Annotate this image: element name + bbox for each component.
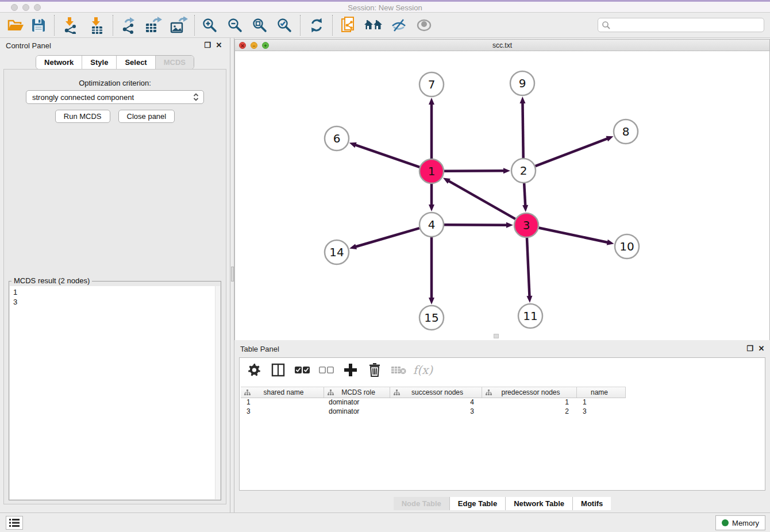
table-settings-gear-icon[interactable] — [247, 363, 261, 377]
graph-node-9[interactable]: 9 — [510, 71, 534, 95]
graph-edge-2-3[interactable] — [524, 183, 525, 206]
zoom-out-icon[interactable] — [224, 16, 246, 34]
control-panel-title: Control Panel — [6, 41, 51, 50]
deselect-all-icon[interactable] — [319, 363, 334, 377]
network-window-titlebar: ✕ − + scc.txt — [235, 40, 769, 51]
graph-node-2[interactable]: 2 — [511, 159, 536, 183]
graph-edge-4-14[interactable] — [356, 228, 419, 246]
save-session-icon[interactable] — [28, 16, 49, 34]
graph-edge-3-11[interactable] — [527, 238, 530, 296]
table-cell: 1 — [482, 398, 577, 407]
first-neighbors-icon[interactable] — [363, 16, 384, 34]
tab-edge-table[interactable]: Edge Table — [449, 497, 505, 510]
memory-button[interactable]: Memory — [715, 515, 765, 530]
graph-node-label: 10 — [619, 240, 634, 253]
table-row[interactable]: 3dominator323 — [241, 407, 626, 417]
graph-edge-3-10[interactable] — [539, 228, 608, 242]
panel-splitter[interactable] — [230, 38, 234, 512]
task-history-button[interactable] — [6, 516, 23, 530]
column-header[interactable]: shared name — [241, 387, 324, 398]
tab-select[interactable]: Select — [116, 56, 155, 69]
float-table-panel-icon[interactable]: ❒ — [746, 345, 754, 353]
mcds-result-group: MCDS result (2 nodes) 1 3 — [9, 281, 221, 500]
table-cell: 4 — [390, 398, 482, 407]
graph-node-label: 9 — [519, 76, 526, 90]
splitter-grip[interactable] — [231, 267, 234, 282]
column-header-label: MCDS role — [334, 388, 390, 396]
column-header[interactable]: MCDS role — [324, 387, 390, 398]
select-all-icon[interactable] — [295, 363, 310, 377]
close-panel-button[interactable]: Close panel — [118, 110, 175, 123]
tab-network[interactable]: Network — [36, 56, 82, 69]
table-cell: dominator — [324, 407, 390, 417]
graph-edge-3-1[interactable] — [449, 181, 515, 219]
tab-style[interactable]: Style — [82, 56, 116, 69]
search-input[interactable] — [611, 21, 764, 29]
column-header-label: name — [580, 388, 625, 396]
close-table-panel-icon[interactable]: ✕ — [757, 345, 765, 353]
graph-node-15[interactable]: 15 — [419, 306, 444, 330]
mcds-result-text[interactable]: 1 3 — [10, 286, 220, 499]
export-table-icon[interactable] — [143, 16, 164, 34]
window-title: Session: New Session — [0, 3, 770, 12]
zoom-fit-icon[interactable] — [249, 16, 271, 34]
network-canvas[interactable]: 7968124314101511 — [235, 51, 769, 340]
graph-node-3[interactable]: 3 — [514, 213, 538, 237]
graph-node-8[interactable]: 8 — [614, 119, 638, 144]
canvas-scroll-nub[interactable] — [494, 334, 499, 338]
graph-edge-2-9[interactable] — [522, 103, 523, 158]
column-header[interactable]: successor nodes — [390, 387, 482, 398]
hide-selected-eye-icon[interactable] — [388, 16, 410, 34]
control-panel-tabs: Network Style Select MCDS — [36, 55, 194, 70]
import-table-icon[interactable] — [86, 16, 108, 34]
network-title: scc.txt — [235, 41, 769, 49]
add-column-plus-icon[interactable] — [343, 363, 358, 377]
graph-edge-2-8[interactable] — [536, 138, 608, 166]
graph-node-7[interactable]: 7 — [419, 72, 444, 97]
toolbar-separator — [332, 15, 333, 36]
clone-network-icon[interactable] — [338, 16, 360, 34]
open-session-icon[interactable] — [5, 16, 26, 34]
search-box[interactable] — [598, 18, 764, 32]
column-header[interactable]: predecessor nodes — [482, 387, 577, 398]
mcds-result-title: MCDS result (2 nodes) — [11, 276, 92, 285]
tab-mcds[interactable]: MCDS — [155, 56, 194, 69]
graph-node-10[interactable]: 10 — [615, 234, 639, 259]
export-image-icon[interactable] — [168, 16, 190, 34]
network-graph[interactable]: 7968124314101511 — [235, 51, 769, 340]
zoom-selected-icon[interactable] — [274, 16, 295, 34]
graph-node-4[interactable]: 4 — [419, 213, 444, 237]
export-network-icon[interactable] — [117, 16, 139, 34]
show-columns-icon[interactable] — [271, 363, 286, 377]
graph-edge-4-3[interactable] — [444, 225, 507, 225]
optimization-criterion-select[interactable]: strongly connected component — [26, 90, 204, 104]
graph-node-14[interactable]: 14 — [325, 240, 349, 264]
tab-network-table[interactable]: Network Table — [505, 497, 572, 510]
tab-motifs[interactable]: Motifs — [572, 497, 611, 510]
close-panel-icon[interactable]: ✕ — [215, 41, 223, 49]
float-panel-icon[interactable]: ❒ — [203, 41, 211, 49]
node-table-header: shared nameMCDS rolesuccessor nodesprede… — [241, 387, 626, 398]
column-hierarchy-icon — [394, 390, 400, 396]
apply-layout-icon[interactable] — [306, 16, 328, 34]
delete-trash-icon[interactable] — [367, 363, 382, 377]
result-scrollbar[interactable] — [215, 286, 220, 499]
graph-edge-1-6[interactable] — [355, 145, 419, 167]
zoom-in-icon[interactable] — [199, 16, 221, 34]
selected-option: strongly connected component — [32, 93, 193, 102]
table-cell: dominator — [324, 398, 390, 407]
import-network-icon[interactable] — [60, 16, 82, 34]
column-header[interactable]: name — [577, 387, 626, 398]
table-row[interactable]: 1dominator411 — [241, 398, 626, 407]
graph-node-6[interactable]: 6 — [325, 126, 349, 151]
run-mcds-button[interactable]: Run MCDS — [55, 110, 110, 123]
graph-node-11[interactable]: 11 — [518, 304, 542, 328]
column-header-label: successor nodes — [400, 388, 482, 396]
graph-node-1[interactable]: 1 — [419, 159, 444, 183]
node-table-rows: 1dominator4113dominator323 — [241, 398, 626, 417]
graph-edge-1-2[interactable] — [444, 171, 504, 171]
tab-node-table[interactable]: Node Table — [394, 497, 449, 510]
graph-node-label: 7 — [428, 78, 436, 91]
column-hierarchy-icon — [328, 390, 334, 396]
graph-node-label: 14 — [329, 245, 344, 259]
